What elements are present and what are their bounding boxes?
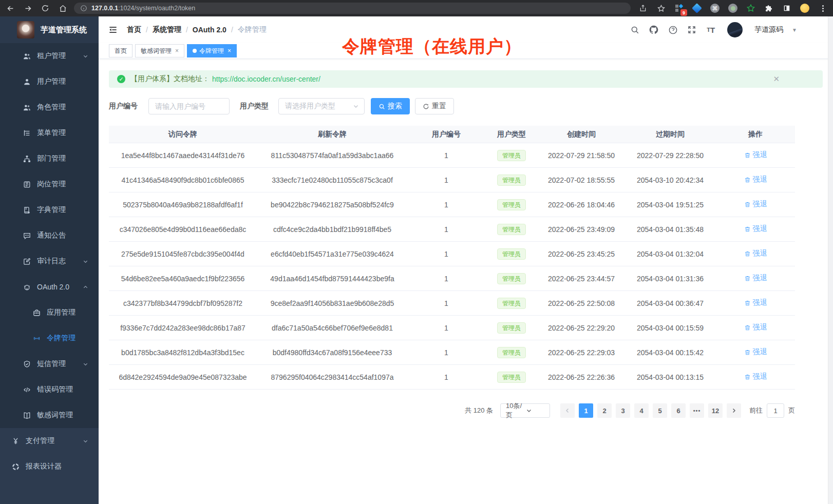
user-id-input[interactable] [148,98,230,114]
fullscreen-icon[interactable] [686,24,697,35]
page-button-6[interactable]: 6 [671,403,686,418]
goto-page-input[interactable] [767,403,784,418]
sidebar-item-15[interactable]: 支付管理 [0,428,99,454]
sidebar-item-6[interactable]: 字典管理 [0,197,99,223]
force-logout-button[interactable]: 强退 [744,298,767,307]
user-type-cell: 管理员 [485,248,538,260]
page-button-2[interactable]: 2 [597,403,612,418]
trash-icon [744,324,751,331]
force-logout-button[interactable]: 强退 [744,274,767,283]
user-id-cell: 1 [408,275,485,283]
force-logout-button[interactable]: 强退 [744,150,767,160]
forward-icon[interactable] [23,3,33,13]
action-cell: 强退 [716,323,795,333]
font-size-icon[interactable]: TT [705,24,716,35]
page-scrollbar[interactable] [828,16,833,504]
table-header-row: 访问令牌刷新令牌用户编号用户类型创建时间过期时间操作 [109,126,795,143]
sidebar-item-label: OAuth 2.0 [37,283,69,291]
user-type-select[interactable]: 请选择用户类型 [278,98,365,114]
username[interactable]: 芋道源码 [754,25,783,34]
tab-close-icon[interactable]: × [175,47,179,54]
expire-time-cell: 2054-03-04 01:32:04 [624,250,716,258]
sidebar-item-10[interactable]: 应用管理 [0,300,99,325]
home-icon[interactable] [58,3,68,13]
extension-record-icon[interactable] [728,3,738,13]
sidebar-item-1[interactable]: 用户管理 [0,69,99,94]
extension-command-icon[interactable]: ⌘ [710,3,720,13]
force-logout-button[interactable]: 强退 [744,175,767,184]
user-id-cell: 1 [408,373,485,381]
access-token-cell: c347026e805e4d99b0d116eae66eda8c [109,225,257,234]
force-logout-button[interactable]: 强退 [744,200,767,209]
user-id-cell: 1 [408,299,485,307]
extension-reader-icon[interactable] [782,3,792,13]
access-token-cell: 41c41346a548490f9dc8b01c6bfe0865 [109,176,257,184]
page-button-3[interactable]: 3 [616,403,630,418]
extension-star-icon[interactable] [746,3,756,13]
sidebar-item-8[interactable]: 审计日志 [0,248,99,274]
app-logo[interactable]: 芋道管理系统 [0,16,99,43]
sidebar-item-9[interactable]: OAuth 2.0 [0,274,99,300]
sidebar-item-12[interactable]: 短信管理 [0,351,99,377]
bookmark-star-icon[interactable] [656,3,666,13]
table-row: 502375b8040a469a9b82188afdf6af1fbe90422b… [109,192,795,217]
sidebar-item-7[interactable]: 通知公告 [0,223,99,248]
trash-icon [744,250,751,257]
back-icon[interactable] [5,3,15,13]
browser-menu-icon[interactable] [818,3,828,13]
user-type-badge: 管理员 [497,372,526,383]
sidebar-item-5[interactable]: 岗位管理 [0,171,99,197]
doc-link[interactable]: https://doc.iocoder.cn/user-center/ [212,75,320,83]
breadcrumb-home[interactable]: 首页 [127,25,141,34]
extension-puzzle-icon[interactable] [764,3,774,13]
force-logout-button[interactable]: 强退 [744,347,767,357]
reset-button[interactable]: 重置 [415,98,454,114]
tab-token-management[interactable]: 令牌管理 × [187,44,237,57]
force-logout-button[interactable]: 强退 [744,323,767,332]
sidebar-item-3[interactable]: 菜单管理 [0,120,99,146]
action-cell: 强退 [716,347,795,357]
expire-time-cell: 2054-03-10 20:42:34 [624,176,716,184]
sidebar-item-0[interactable]: 租户管理 [0,43,99,69]
page-button-4[interactable]: 4 [634,403,649,418]
sidebar-item-4[interactable]: 部门管理 [0,146,99,171]
share-icon[interactable] [638,3,648,13]
extension-gem-icon[interactable] [692,3,702,13]
extension-grid-icon[interactable]: 9 [674,3,684,13]
collapse-sidebar-icon[interactable] [108,25,118,35]
force-logout-button[interactable]: 强退 [744,249,767,258]
page-button-1[interactable]: 1 [579,403,593,418]
sidebar-item-13[interactable]: 错误码管理 [0,377,99,402]
prev-page-button[interactable] [560,403,575,418]
tab-close-icon[interactable]: × [228,47,231,54]
site-info-icon[interactable] [80,5,87,12]
profile-avatar-icon[interactable] [800,3,810,13]
address-bar[interactable]: 127.0.0.1:1024/system/oauth2/token [74,3,631,14]
next-page-button[interactable] [727,403,741,418]
force-logout-button[interactable]: 强退 [744,372,767,381]
user-avatar[interactable] [727,22,743,37]
page-size-select[interactable]: 10条/页 [500,403,550,418]
alert-close-icon[interactable]: ✕ [773,74,780,84]
tab-sensitive-words[interactable]: 敏感词管理 × [135,44,184,57]
access-token-cell: 54d6be82ee5a460a9aedc1f9bf223656 [109,275,257,283]
reload-icon[interactable] [40,3,50,13]
tab-home[interactable]: 首页 [109,44,132,57]
trash-icon [744,201,751,208]
search-button[interactable]: 搜索 [371,98,410,114]
user-type-badge: 管理员 [497,150,526,161]
github-icon[interactable] [648,24,659,35]
search-icon[interactable] [629,24,640,35]
sidebar-item-16[interactable]: 报表设计器 [0,454,99,479]
force-logout-button[interactable]: 强退 [744,224,767,234]
sidebar-item-2[interactable]: 角色管理 [0,94,99,120]
sidebar-item-14[interactable]: 敏感词管理 [0,402,99,428]
help-icon[interactable] [667,24,678,35]
pager-ellipsis[interactable]: ••• [690,403,704,418]
page-button-12[interactable]: 12 [708,403,723,418]
trash-icon [744,300,751,306]
sidebar-item-11[interactable]: 令牌管理 [0,325,99,351]
user-menu-caret-icon[interactable]: ▼ [792,27,797,33]
page-button-5[interactable]: 5 [653,403,667,418]
sidebar-item-label: 租户管理 [37,51,66,61]
